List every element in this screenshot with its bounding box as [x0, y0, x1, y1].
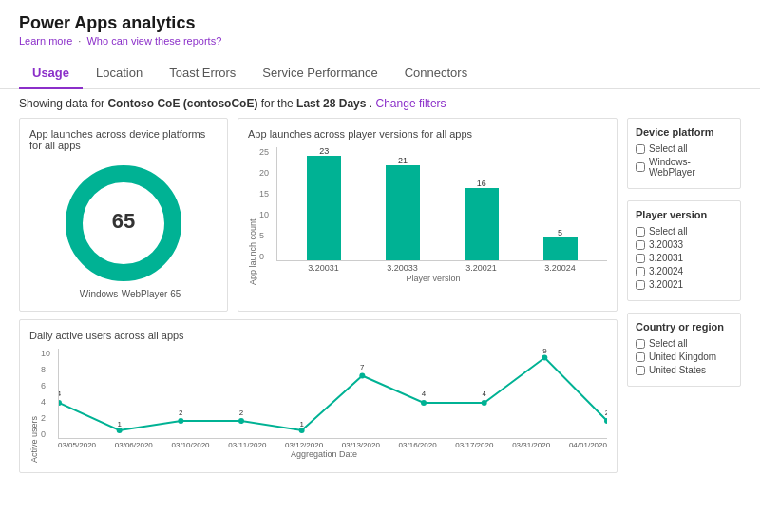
donut-legend: Windows-WebPlayer 65	[66, 289, 181, 299]
device-select-all[interactable]: Select all	[636, 143, 732, 154]
svg-text:2: 2	[179, 408, 183, 417]
line-x-labels: 03/05/2020 03/06/2020 03/10/2020 03/11/2…	[58, 439, 607, 449]
donut-chart-card: App launches across device platforms for…	[19, 118, 228, 312]
country-select-all[interactable]: Select all	[636, 338, 732, 349]
page-title: Power Apps analytics	[19, 13, 741, 33]
player-3-20031[interactable]: 3.20031	[636, 253, 732, 263]
player-3-20031-checkbox[interactable]	[636, 254, 645, 263]
country-region-filter: Country or region Select all United King…	[627, 313, 741, 387]
tab-location[interactable]: Location	[83, 58, 156, 89]
top-charts: App launches across device platforms for…	[19, 118, 618, 312]
line-svg: 4 1 2 2 1 7 4 4 9 2	[59, 349, 607, 439]
player-3-20024[interactable]: 3.20024	[636, 266, 732, 276]
bar-chart-bars: 23 21 16 5	[276, 147, 607, 261]
player-3-20033[interactable]: 3.20033	[636, 239, 732, 250]
donut-chart-title: App launches across device platforms for…	[29, 128, 218, 151]
device-select-all-checkbox[interactable]	[636, 144, 645, 154]
device-windows-webplayer[interactable]: Windows-WebPlayer	[636, 157, 732, 178]
device-platform-filter: Device platform Select all Windows-WebPl…	[627, 118, 741, 189]
tab-bar: Usage Location Toast Errors Service Perf…	[0, 50, 760, 89]
svg-text:4: 4	[482, 390, 486, 398]
filter-bar: Showing data for Contoso CoE (contosoCoE…	[0, 89, 760, 118]
dot-8	[482, 400, 487, 406]
country-select-all-checkbox[interactable]	[636, 339, 645, 349]
bar-4	[543, 238, 578, 260]
player-select-all[interactable]: Select all	[636, 226, 732, 237]
bar-chart-inner: 2520151050 23 21	[259, 147, 607, 285]
dot-4	[238, 418, 244, 424]
device-windows-webplayer-checkbox[interactable]	[636, 162, 645, 172]
dot-6	[359, 373, 365, 379]
player-3-20021[interactable]: 3.20021	[636, 279, 732, 290]
bar-3	[465, 188, 499, 260]
line-chart-card: Daily active users across all apps Activ…	[19, 319, 618, 473]
learn-more-bar: Learn more · Who can view these reports?	[19, 35, 741, 47]
tab-usage[interactable]: Usage	[19, 58, 83, 89]
line-y-axis: 1086420	[41, 349, 50, 439]
org-name: Contoso CoE (contosoCoE)	[107, 97, 257, 110]
country-region-title: Country or region	[636, 321, 732, 332]
player-3-20033-checkbox[interactable]	[636, 240, 645, 250]
bar-group-3: 16	[465, 179, 499, 260]
bar-group-2: 21	[386, 156, 420, 260]
dot-9	[542, 355, 547, 361]
player-version-filter: Player version Select all 3.20033 3.2003…	[627, 200, 741, 301]
svg-text:65: 65	[112, 209, 135, 233]
dot-3	[178, 418, 183, 424]
main-content: App launches across device platforms for…	[0, 118, 760, 473]
svg-text:4: 4	[422, 390, 427, 398]
learn-more-link[interactable]: Learn more	[19, 35, 72, 47]
donut-chart-container: 65 Windows-WebPlayer 65	[29, 159, 218, 301]
svg-text:7: 7	[360, 363, 365, 371]
line-svg-container: 4 1 2 2 1 7 4 4 9 2	[58, 349, 607, 439]
bar-y-axis: 2520151050	[259, 147, 271, 261]
charts-area: App launches across device platforms for…	[19, 118, 618, 473]
line-polyline	[59, 358, 607, 431]
bar-group-4: 5	[543, 228, 578, 260]
change-filters-link[interactable]: Change filters	[376, 97, 446, 110]
tab-service-performance[interactable]: Service Performance	[249, 58, 390, 89]
bar-y-axis-label: App launch count	[248, 147, 257, 285]
bar-chart-title: App launches across player versions for …	[248, 128, 607, 140]
country-us[interactable]: United States	[636, 365, 732, 375]
line-chart-area: 1086420	[41, 349, 607, 463]
donut-svg: 65	[62, 162, 185, 285]
country-uk[interactable]: United Kingdom	[636, 352, 732, 362]
dot-7	[421, 400, 427, 406]
bar-2	[386, 165, 420, 260]
who-can-view-link[interactable]: Who can view these reports?	[86, 35, 221, 47]
period-label: Last 28 Days	[296, 97, 366, 110]
country-us-checkbox[interactable]	[636, 366, 645, 375]
svg-text:2: 2	[605, 408, 607, 417]
tab-toast-errors[interactable]: Toast Errors	[156, 58, 249, 89]
player-3-20021-checkbox[interactable]	[636, 280, 645, 290]
svg-text:2: 2	[239, 408, 244, 417]
country-uk-checkbox[interactable]	[636, 352, 645, 362]
device-platform-title: Device platform	[636, 126, 732, 138]
player-version-title: Player version	[636, 209, 732, 220]
bar-1	[307, 156, 341, 260]
line-y-axis-label: Active users	[29, 349, 39, 463]
svg-text:9: 9	[542, 349, 547, 355]
player-3-20024-checkbox[interactable]	[636, 267, 645, 276]
bar-group-1: 23	[307, 146, 341, 260]
svg-text:4: 4	[59, 390, 62, 398]
player-select-all-checkbox[interactable]	[636, 227, 645, 237]
bar-x-axis-title: Player version	[259, 274, 607, 283]
line-x-axis-title: Aggregation Date	[41, 449, 607, 459]
bar-x-labels: 3.200313.200333.200213.20024	[276, 261, 607, 273]
svg-text:1: 1	[117, 420, 122, 428]
bar-chart-card: App launches across player versions for …	[238, 118, 618, 312]
tab-connectors[interactable]: Connectors	[391, 58, 481, 89]
line-chart-title: Daily active users across all apps	[29, 330, 607, 341]
svg-text:1: 1	[299, 420, 304, 428]
sidebar: Device platform Select all Windows-WebPl…	[627, 118, 741, 473]
